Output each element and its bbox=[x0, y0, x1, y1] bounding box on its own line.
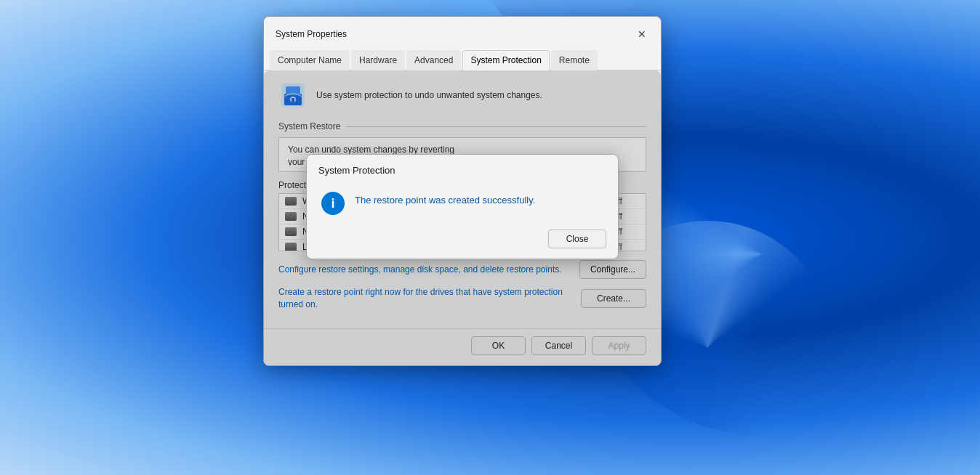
tab-system-protection[interactable]: System Protection bbox=[462, 50, 549, 70]
tab-bar: Computer Name Hardware Advanced System P… bbox=[264, 50, 661, 70]
inner-dialog-backdrop: System Protection i The restore point wa… bbox=[264, 70, 661, 365]
inner-dialog-body: i The restore point was created successf… bbox=[307, 183, 618, 230]
info-icon: i bbox=[321, 192, 345, 215]
inner-close-button[interactable]: Close bbox=[548, 230, 606, 248]
system-properties-window: System Properties ✕ Computer Name Hardwa… bbox=[263, 16, 662, 366]
system-protection-dialog: System Protection i The restore point wa… bbox=[306, 154, 619, 259]
tab-computer-name[interactable]: Computer Name bbox=[270, 50, 350, 70]
close-window-button[interactable]: ✕ bbox=[632, 24, 652, 44]
title-bar: System Properties ✕ bbox=[264, 17, 661, 50]
success-message: The restore point was created successful… bbox=[355, 190, 535, 208]
inner-dialog-footer: Close bbox=[307, 230, 618, 259]
tab-remote[interactable]: Remote bbox=[551, 50, 598, 70]
inner-dialog-title: System Protection bbox=[307, 155, 618, 183]
tab-advanced[interactable]: Advanced bbox=[406, 50, 461, 70]
tab-hardware[interactable]: Hardware bbox=[351, 50, 405, 70]
window-title: System Properties bbox=[276, 29, 347, 39]
